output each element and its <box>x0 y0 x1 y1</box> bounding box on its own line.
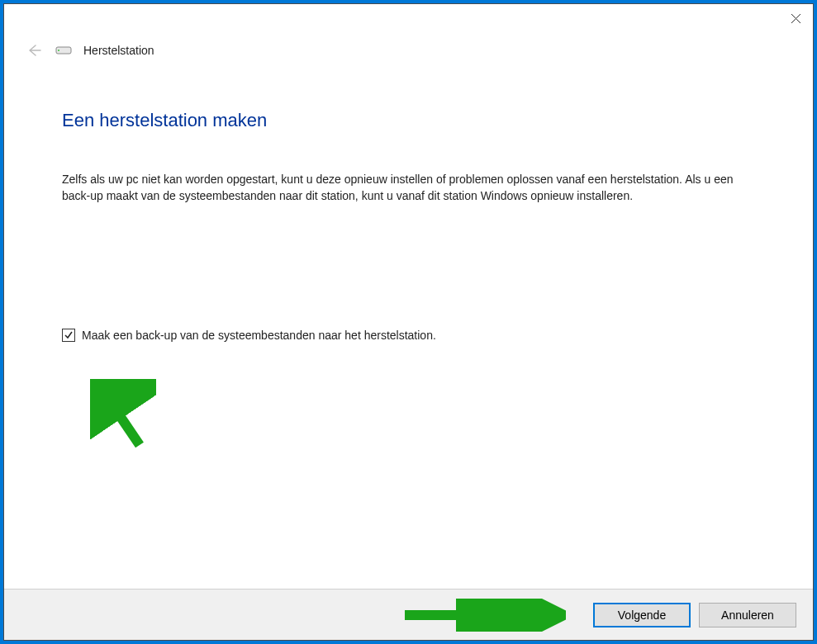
checkmark-icon <box>64 330 74 340</box>
next-button[interactable]: Volgende <box>593 603 691 627</box>
titlebar <box>4 4 813 34</box>
content-area: Een herstelstation maken Zelfs als uw pc… <box>4 60 813 589</box>
wizard-window: Herstelstation Een herstelstation maken … <box>3 3 814 641</box>
back-button[interactable] <box>24 40 44 60</box>
window-title: Herstelstation <box>83 44 154 57</box>
arrow-left-icon <box>26 42 42 59</box>
backup-checkbox[interactable] <box>62 329 75 342</box>
cancel-button[interactable]: Annuleren <box>699 603 796 627</box>
button-bar: Volgende Annuleren <box>4 589 813 640</box>
close-icon <box>791 13 801 24</box>
backup-checkbox-row[interactable]: Maak een back-up van de systeembestanden… <box>62 329 755 342</box>
close-button[interactable] <box>788 11 803 26</box>
backup-checkbox-label[interactable]: Maak een back-up van de systeembestanden… <box>82 329 436 342</box>
svg-rect-3 <box>58 50 59 51</box>
page-description: Zelfs als uw pc niet kan worden opgestar… <box>62 171 748 205</box>
drive-icon <box>55 45 72 56</box>
page-heading: Een herstelstation maken <box>62 110 755 131</box>
header-row: Herstelstation <box>4 34 813 60</box>
